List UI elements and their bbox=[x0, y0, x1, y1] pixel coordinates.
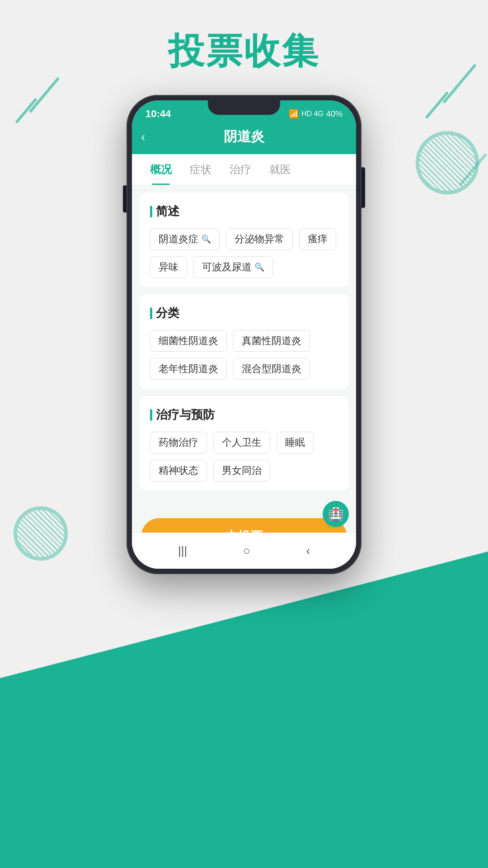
status-time: 10:44 bbox=[145, 108, 171, 120]
tags-overview: 阴道炎症 🔍 分泌物异常 瘙痒 异味 可波及尿道 bbox=[150, 228, 338, 278]
tag-symptom-1[interactable]: 阴道炎症 🔍 bbox=[150, 228, 220, 250]
tag-label: 分泌物异常 bbox=[235, 232, 284, 246]
tag-label: 老年性阴道炎 bbox=[159, 362, 218, 376]
tag-symptom-5[interactable]: 可波及尿道 🔍 bbox=[193, 256, 273, 278]
section-title-prevention: 治疗与预防 bbox=[150, 407, 338, 423]
phone-screen: 10:44 📶 HD 4G 40% ‹ 阴道炎 概况 症状 治疗 就医 bbox=[132, 100, 356, 569]
tag-label: 精神状态 bbox=[159, 464, 198, 477]
tag-symptom-2[interactable]: 分泌物异常 bbox=[226, 228, 293, 250]
fab-icon: 🏥 bbox=[328, 507, 344, 522]
section-classification: 分类 细菌性阴道炎 真菌性阴道炎 老年性阴道炎 混合型阴道炎 bbox=[139, 294, 349, 389]
tag-label: 瘙痒 bbox=[308, 232, 328, 246]
tag-class-2[interactable]: 真菌性阴道炎 bbox=[233, 330, 310, 352]
back-button[interactable]: ‹ bbox=[141, 130, 145, 144]
section-title-classification: 分类 bbox=[150, 305, 338, 321]
tag-prev-3[interactable]: 睡眠 bbox=[277, 432, 314, 453]
tag-label: 可波及尿道 bbox=[202, 260, 252, 274]
tag-label: 药物治疗 bbox=[159, 436, 198, 449]
scroll-content[interactable]: 简述 阴道炎症 🔍 分泌物异常 瘙痒 异味 bbox=[132, 185, 356, 544]
nav-home-icon[interactable]: ○ bbox=[243, 544, 250, 558]
tag-label: 睡眠 bbox=[285, 436, 305, 449]
app-header: ‹ 阴道炎 bbox=[132, 123, 356, 154]
tag-symptom-3[interactable]: 瘙痒 bbox=[299, 228, 336, 250]
page-title-area: 投票收集 bbox=[0, 27, 488, 76]
nav-bar: ||| ○ ‹ bbox=[132, 533, 356, 569]
side-button-left bbox=[123, 185, 127, 212]
tag-label: 个人卫生 bbox=[222, 436, 262, 449]
tag-prev-2[interactable]: 个人卫生 bbox=[213, 432, 270, 453]
tag-class-4[interactable]: 混合型阴道炎 bbox=[233, 358, 310, 380]
wifi-icon: 📶 bbox=[289, 109, 299, 119]
section-overview: 简述 阴道炎症 🔍 分泌物异常 瘙痒 异味 bbox=[139, 193, 349, 287]
nav-back-icon[interactable]: ||| bbox=[178, 544, 187, 558]
tag-label: 真菌性阴道炎 bbox=[242, 334, 301, 348]
search-icon-1: 🔍 bbox=[201, 234, 211, 244]
nav-return-icon[interactable]: ‹ bbox=[306, 544, 310, 558]
battery-icon: 40% bbox=[326, 109, 343, 119]
tab-bar: 概况 症状 治疗 就医 bbox=[132, 154, 356, 185]
side-button-right bbox=[361, 167, 365, 208]
fab-button[interactable]: 🏥 bbox=[323, 501, 349, 527]
tag-prev-5[interactable]: 男女同治 bbox=[213, 460, 270, 481]
tab-hospital[interactable]: 就医 bbox=[260, 154, 300, 185]
signal-icon: HD 4G bbox=[301, 110, 324, 118]
tag-prev-4[interactable]: 精神状态 bbox=[150, 460, 207, 481]
tags-classification: 细菌性阴道炎 真菌性阴道炎 老年性阴道炎 混合型阴道炎 bbox=[150, 330, 338, 380]
page-title: 投票收集 bbox=[0, 27, 488, 76]
deco-circle-right bbox=[416, 131, 479, 194]
tab-overview[interactable]: 概况 bbox=[141, 154, 181, 185]
phone-outer: 10:44 📶 HD 4G 40% ‹ 阴道炎 概况 症状 治疗 就医 bbox=[127, 95, 361, 574]
status-icons: 📶 HD 4G 40% bbox=[289, 109, 343, 119]
section-title-overview: 简述 bbox=[150, 203, 338, 219]
tag-symptom-4[interactable]: 异味 bbox=[150, 256, 187, 278]
tab-symptoms[interactable]: 症状 bbox=[181, 154, 221, 185]
tab-treatment[interactable]: 治疗 bbox=[221, 154, 260, 185]
tag-label: 细菌性阴道炎 bbox=[159, 334, 218, 348]
phone-mockup: 10:44 📶 HD 4G 40% ‹ 阴道炎 概况 症状 治疗 就医 bbox=[127, 95, 361, 574]
search-icon-2: 🔍 bbox=[254, 262, 264, 272]
tag-label: 混合型阴道炎 bbox=[242, 362, 301, 376]
tag-class-3[interactable]: 老年性阴道炎 bbox=[150, 358, 227, 380]
section-prevention: 治疗与预防 药物治疗 个人卫生 睡眠 精神状态 bbox=[139, 396, 349, 491]
tags-prevention: 药物治疗 个人卫生 睡眠 精神状态 男女同治 bbox=[150, 432, 338, 481]
tag-prev-1[interactable]: 药物治疗 bbox=[150, 432, 207, 453]
tag-class-1[interactable]: 细菌性阴道炎 bbox=[150, 330, 227, 352]
tag-label: 阴道炎症 bbox=[159, 232, 198, 246]
header-title: 阴道炎 bbox=[224, 127, 264, 146]
tag-label: 异味 bbox=[159, 260, 178, 274]
tag-label: 男女同治 bbox=[222, 464, 262, 477]
phone-notch bbox=[208, 100, 280, 115]
deco-circle-left bbox=[14, 506, 68, 561]
